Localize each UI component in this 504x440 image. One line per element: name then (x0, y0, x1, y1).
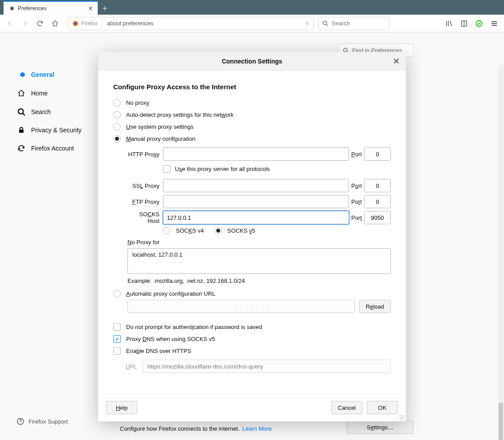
ftp-proxy-input[interactable] (163, 195, 349, 208)
checkbox-icon[interactable] (113, 323, 121, 331)
radio-pac-url[interactable]: Automatic proxy configuration URL (113, 288, 391, 300)
ftp-proxy-label: FTP Proxy (127, 198, 163, 205)
radio-socks5[interactable]: SOCKS v5 (214, 227, 255, 234)
dialog-header: Connection Settings ✕ (98, 52, 406, 71)
port-label: Port (349, 214, 364, 221)
dialog-footer: Help Cancel OK (98, 394, 406, 421)
checkbox-no-auth-prompt[interactable]: Do not prompt for authentication if pass… (113, 321, 391, 333)
home-icon (17, 89, 26, 97)
ssl-proxy-label: SSL Proxy (127, 182, 163, 189)
new-tab-button[interactable]: ＋ (98, 1, 112, 15)
http-proxy-input[interactable] (163, 147, 349, 161)
radio-icon[interactable] (113, 135, 121, 143)
port-label: Port (349, 198, 364, 205)
proxy-grid: HTTP Proxy Port Use this proxy server fo… (127, 147, 391, 224)
sidebar-item-search[interactable]: Search (13, 103, 98, 121)
doh-url-label: URL (126, 363, 137, 370)
radio-icon[interactable] (113, 111, 121, 119)
http-port-input[interactable] (364, 147, 391, 161)
cancel-button[interactable]: Cancel (331, 401, 362, 414)
radio-manual-proxy[interactable]: Manual proxy configuration (113, 133, 391, 145)
ok-button[interactable]: OK (367, 401, 398, 414)
lock-icon (17, 127, 26, 134)
nav-back-button[interactable] (3, 16, 17, 31)
radio-icon[interactable] (214, 227, 222, 234)
pac-url-row: Reload (127, 300, 391, 313)
svg-point-9 (18, 109, 23, 114)
support-label: Firefox Support (28, 418, 68, 425)
sidebar-item-privacy[interactable]: Privacy & Security (13, 121, 98, 139)
sidebar-item-general[interactable]: General (13, 65, 98, 84)
socks-host-label: SOCKS Host (127, 211, 163, 224)
bookmark-star-icon[interactable]: ☆ (301, 20, 314, 27)
checkbox-proxy-dns-socks5[interactable]: Proxy DNS when using SOCKS v5 (113, 333, 391, 345)
http-proxy-label: HTTP Proxy (127, 151, 163, 158)
radio-icon[interactable] (163, 227, 171, 234)
radio-no-proxy[interactable]: No proxy (113, 97, 391, 109)
resize-grip-icon[interactable] (399, 414, 405, 420)
help-button[interactable]: Help (106, 401, 137, 414)
sidebar-item-label: General (31, 71, 54, 78)
ssl-port-input[interactable] (364, 179, 391, 192)
nav-toolbar: Firefox about:preferences ☆ Search (0, 15, 504, 32)
tab-strip: Preferences ✕ ＋ (0, 0, 504, 15)
nav-reload-button[interactable] (33, 16, 47, 31)
identity-box[interactable]: Firefox (68, 17, 103, 30)
close-tab-icon[interactable]: ✕ (88, 5, 93, 12)
svg-line-3 (326, 24, 328, 26)
sidebar-item-label: Search (31, 108, 51, 115)
checkbox-icon[interactable] (113, 335, 121, 343)
noproxy-textarea[interactable]: localhost, 127.0.0.1 (127, 248, 391, 274)
dialog-title: Connection Settings (222, 58, 282, 65)
hamburger-menu-button[interactable] (487, 16, 501, 31)
library-button[interactable] (442, 16, 456, 31)
question-icon (17, 418, 24, 425)
sidebar-item-account[interactable]: Firefox Account (13, 139, 98, 158)
port-label: Port (349, 151, 364, 158)
checkbox-icon[interactable] (163, 165, 171, 173)
noproxy-label: No Proxy for (127, 239, 391, 246)
noproxy-example: Example: .mozilla.org, .net.nz, 192.168.… (127, 277, 391, 284)
radio-auto-detect[interactable]: Auto-detect proxy settings for this netw… (113, 109, 391, 121)
prefs-sidebar: General Home Search Privacy & Security F… (13, 65, 98, 158)
network-settings-button[interactable]: Settings… (347, 420, 413, 434)
radio-system-proxy[interactable]: Use system proxy settings (113, 121, 391, 133)
browser-tab-preferences[interactable]: Preferences ✕ (4, 1, 98, 15)
firefox-icon (72, 20, 79, 27)
dialog-close-button[interactable]: ✕ (393, 56, 400, 66)
radio-icon[interactable] (113, 123, 121, 131)
identity-label: Firefox (81, 20, 98, 27)
radio-socks4[interactable]: SOCKS v4 (163, 227, 204, 234)
dialog-body: Configure Proxy Access to the Internet N… (98, 71, 406, 394)
sidebar-item-home[interactable]: Home (13, 84, 98, 103)
doh-url-input[interactable] (143, 360, 391, 373)
ftp-port-input[interactable] (364, 195, 391, 208)
svg-point-7 (344, 48, 347, 52)
radio-icon[interactable] (113, 290, 121, 297)
socks-host-input[interactable] (163, 211, 349, 224)
url-bar[interactable]: Firefox about:preferences ☆ (67, 17, 314, 30)
learn-more-link[interactable]: Learn More (242, 425, 272, 432)
svg-point-1 (74, 22, 77, 25)
checkbox-icon[interactable] (113, 347, 121, 355)
search-icon (17, 108, 26, 116)
svg-point-2 (323, 21, 327, 25)
radio-icon[interactable] (113, 99, 121, 107)
use-proxy-all-row[interactable]: Use this proxy server for all protocols (163, 163, 391, 176)
search-bar[interactable]: Search (318, 17, 389, 30)
scrollbar-thumb[interactable] (499, 402, 503, 440)
nav-forward-button[interactable] (18, 16, 32, 31)
firefox-support-link[interactable]: Firefox Support (17, 418, 68, 425)
extension-button[interactable] (472, 16, 486, 31)
checkbox-enable-doh[interactable]: Enable DNS over HTTPS (113, 345, 391, 357)
reader-button[interactable] (457, 16, 471, 31)
nav-home-button[interactable] (48, 16, 62, 31)
pac-url-input[interactable] (127, 300, 355, 313)
reload-button[interactable]: Reload (359, 300, 391, 313)
url-text: about:preferences (103, 20, 301, 27)
connection-description: Configure how Firefox connects to the in… (120, 425, 272, 432)
ssl-proxy-input[interactable] (163, 179, 349, 192)
port-label: Port (349, 182, 364, 189)
page-scrollbar[interactable] (498, 65, 504, 440)
socks-port-input[interactable] (364, 211, 391, 224)
